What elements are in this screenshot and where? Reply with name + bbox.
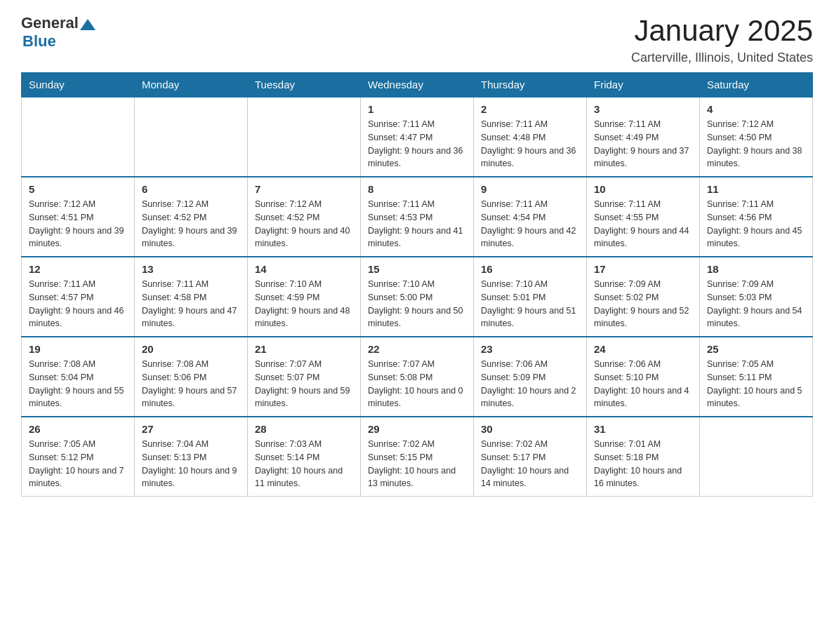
day-number: 11 — [707, 183, 805, 195]
day-number: 12 — [29, 263, 127, 275]
table-row: 8Sunrise: 7:11 AMSunset: 4:53 PMDaylight… — [361, 177, 474, 257]
day-number: 20 — [142, 343, 240, 355]
day-number: 7 — [255, 183, 353, 195]
day-info: Sunrise: 7:11 AMSunset: 4:48 PMDaylight:… — [481, 118, 579, 170]
day-number: 4 — [707, 103, 805, 115]
day-info: Sunrise: 7:02 AMSunset: 5:15 PMDaylight:… — [368, 438, 466, 490]
table-row: 16Sunrise: 7:10 AMSunset: 5:01 PMDayligh… — [474, 257, 587, 337]
svg-marker-0 — [80, 19, 95, 30]
table-row — [248, 97, 361, 177]
table-row: 27Sunrise: 7:04 AMSunset: 5:13 PMDayligh… — [135, 417, 248, 497]
day-info: Sunrise: 7:11 AMSunset: 4:55 PMDaylight:… — [594, 198, 692, 250]
day-number: 16 — [481, 263, 579, 275]
table-row: 18Sunrise: 7:09 AMSunset: 5:03 PMDayligh… — [700, 257, 813, 337]
table-row: 26Sunrise: 7:05 AMSunset: 5:12 PMDayligh… — [22, 417, 135, 497]
logo-general-text: General — [21, 14, 79, 32]
day-number: 29 — [368, 423, 466, 435]
day-number: 6 — [142, 183, 240, 195]
table-row: 30Sunrise: 7:02 AMSunset: 5:17 PMDayligh… — [474, 417, 587, 497]
logo-blue-text: Blue — [22, 32, 56, 51]
day-info: Sunrise: 7:11 AMSunset: 4:47 PMDaylight:… — [368, 118, 466, 170]
logo-triangle-icon — [80, 18, 95, 30]
table-row: 13Sunrise: 7:11 AMSunset: 4:58 PMDayligh… — [135, 257, 248, 337]
day-number: 25 — [707, 343, 805, 355]
day-info: Sunrise: 7:06 AMSunset: 5:10 PMDaylight:… — [594, 358, 692, 410]
day-info: Sunrise: 7:05 AMSunset: 5:11 PMDaylight:… — [707, 358, 805, 410]
day-number: 13 — [142, 263, 240, 275]
day-info: Sunrise: 7:07 AMSunset: 5:07 PMDaylight:… — [255, 358, 353, 410]
day-info: Sunrise: 7:11 AMSunset: 4:53 PMDaylight:… — [368, 198, 466, 250]
day-info: Sunrise: 7:12 AMSunset: 4:50 PMDaylight:… — [707, 118, 805, 170]
calendar-header-row: Sunday Monday Tuesday Wednesday Thursday… — [22, 73, 813, 98]
day-info: Sunrise: 7:11 AMSunset: 4:54 PMDaylight:… — [481, 198, 579, 250]
calendar-week-row: 12Sunrise: 7:11 AMSunset: 4:57 PMDayligh… — [22, 257, 813, 337]
table-row: 28Sunrise: 7:03 AMSunset: 5:14 PMDayligh… — [248, 417, 361, 497]
col-sunday: Sunday — [22, 73, 135, 98]
day-number: 5 — [29, 183, 127, 195]
day-number: 3 — [594, 103, 692, 115]
title-area: January 2025 Carterville, Illinois, Unit… — [631, 14, 813, 65]
day-info: Sunrise: 7:03 AMSunset: 5:14 PMDaylight:… — [255, 438, 353, 490]
day-number: 15 — [368, 263, 466, 275]
table-row: 6Sunrise: 7:12 AMSunset: 4:52 PMDaylight… — [135, 177, 248, 257]
table-row: 4Sunrise: 7:12 AMSunset: 4:50 PMDaylight… — [700, 97, 813, 177]
day-number: 19 — [29, 343, 127, 355]
day-number: 23 — [481, 343, 579, 355]
calendar-week-row: 26Sunrise: 7:05 AMSunset: 5:12 PMDayligh… — [22, 417, 813, 497]
table-row: 1Sunrise: 7:11 AMSunset: 4:47 PMDaylight… — [361, 97, 474, 177]
day-info: Sunrise: 7:04 AMSunset: 5:13 PMDaylight:… — [142, 438, 240, 490]
day-number: 14 — [255, 263, 353, 275]
table-row: 31Sunrise: 7:01 AMSunset: 5:18 PMDayligh… — [587, 417, 700, 497]
page-header: General Blue January 2025 Carterville, I… — [21, 14, 813, 65]
day-number: 22 — [368, 343, 466, 355]
table-row — [700, 417, 813, 497]
table-row: 29Sunrise: 7:02 AMSunset: 5:15 PMDayligh… — [361, 417, 474, 497]
day-info: Sunrise: 7:06 AMSunset: 5:09 PMDaylight:… — [481, 358, 579, 410]
day-info: Sunrise: 7:10 AMSunset: 5:00 PMDaylight:… — [368, 278, 466, 330]
day-number: 30 — [481, 423, 579, 435]
table-row: 24Sunrise: 7:06 AMSunset: 5:10 PMDayligh… — [587, 337, 700, 417]
day-info: Sunrise: 7:11 AMSunset: 4:56 PMDaylight:… — [707, 198, 805, 250]
col-tuesday: Tuesday — [248, 73, 361, 98]
day-info: Sunrise: 7:07 AMSunset: 5:08 PMDaylight:… — [368, 358, 466, 410]
table-row: 15Sunrise: 7:10 AMSunset: 5:00 PMDayligh… — [361, 257, 474, 337]
col-monday: Monday — [135, 73, 248, 98]
table-row: 11Sunrise: 7:11 AMSunset: 4:56 PMDayligh… — [700, 177, 813, 257]
table-row: 20Sunrise: 7:08 AMSunset: 5:06 PMDayligh… — [135, 337, 248, 417]
day-number: 21 — [255, 343, 353, 355]
day-info: Sunrise: 7:11 AMSunset: 4:57 PMDaylight:… — [29, 278, 127, 330]
day-number: 2 — [481, 103, 579, 115]
table-row: 2Sunrise: 7:11 AMSunset: 4:48 PMDaylight… — [474, 97, 587, 177]
table-row: 23Sunrise: 7:06 AMSunset: 5:09 PMDayligh… — [474, 337, 587, 417]
table-row: 22Sunrise: 7:07 AMSunset: 5:08 PMDayligh… — [361, 337, 474, 417]
day-info: Sunrise: 7:12 AMSunset: 4:51 PMDaylight:… — [29, 198, 127, 250]
table-row: 9Sunrise: 7:11 AMSunset: 4:54 PMDaylight… — [474, 177, 587, 257]
table-row: 10Sunrise: 7:11 AMSunset: 4:55 PMDayligh… — [587, 177, 700, 257]
day-info: Sunrise: 7:12 AMSunset: 4:52 PMDaylight:… — [142, 198, 240, 250]
table-row: 3Sunrise: 7:11 AMSunset: 4:49 PMDaylight… — [587, 97, 700, 177]
day-number: 26 — [29, 423, 127, 435]
subtitle: Carterville, Illinois, United States — [631, 51, 813, 65]
day-number: 27 — [142, 423, 240, 435]
day-number: 9 — [481, 183, 579, 195]
day-info: Sunrise: 7:09 AMSunset: 5:03 PMDaylight:… — [707, 278, 805, 330]
day-info: Sunrise: 7:08 AMSunset: 5:04 PMDaylight:… — [29, 358, 127, 410]
table-row — [22, 97, 135, 177]
calendar-week-row: 19Sunrise: 7:08 AMSunset: 5:04 PMDayligh… — [22, 337, 813, 417]
day-number: 24 — [594, 343, 692, 355]
calendar-table: Sunday Monday Tuesday Wednesday Thursday… — [21, 72, 813, 497]
col-wednesday: Wednesday — [361, 73, 474, 98]
table-row: 25Sunrise: 7:05 AMSunset: 5:11 PMDayligh… — [700, 337, 813, 417]
day-number: 31 — [594, 423, 692, 435]
day-info: Sunrise: 7:10 AMSunset: 4:59 PMDaylight:… — [255, 278, 353, 330]
day-number: 17 — [594, 263, 692, 275]
main-title: January 2025 — [631, 14, 813, 48]
table-row: 12Sunrise: 7:11 AMSunset: 4:57 PMDayligh… — [22, 257, 135, 337]
table-row: 17Sunrise: 7:09 AMSunset: 5:02 PMDayligh… — [587, 257, 700, 337]
calendar-week-row: 5Sunrise: 7:12 AMSunset: 4:51 PMDaylight… — [22, 177, 813, 257]
day-number: 1 — [368, 103, 466, 115]
table-row: 19Sunrise: 7:08 AMSunset: 5:04 PMDayligh… — [22, 337, 135, 417]
day-info: Sunrise: 7:11 AMSunset: 4:58 PMDaylight:… — [142, 278, 240, 330]
day-info: Sunrise: 7:05 AMSunset: 5:12 PMDaylight:… — [29, 438, 127, 490]
day-number: 18 — [707, 263, 805, 275]
